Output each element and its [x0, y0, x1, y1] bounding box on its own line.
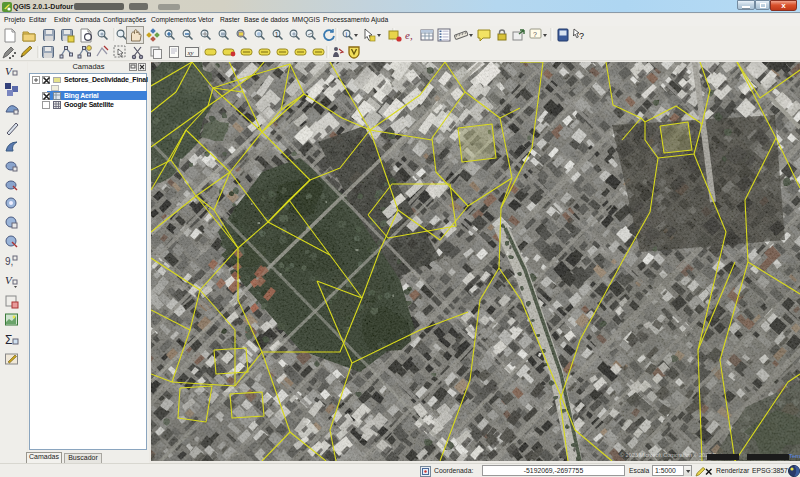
svg-text:V: V: [5, 274, 13, 286]
svg-text:V: V: [5, 65, 13, 77]
svg-text:e,: e,: [405, 29, 413, 41]
svg-text:?: ?: [533, 31, 537, 38]
svg-text:9,: 9,: [5, 256, 13, 267]
svg-text:Σ: Σ: [5, 333, 12, 347]
svg-text:?: ?: [579, 31, 584, 41]
svg-text:1: 1: [275, 31, 279, 38]
svg-text:xy: xy: [187, 49, 195, 57]
